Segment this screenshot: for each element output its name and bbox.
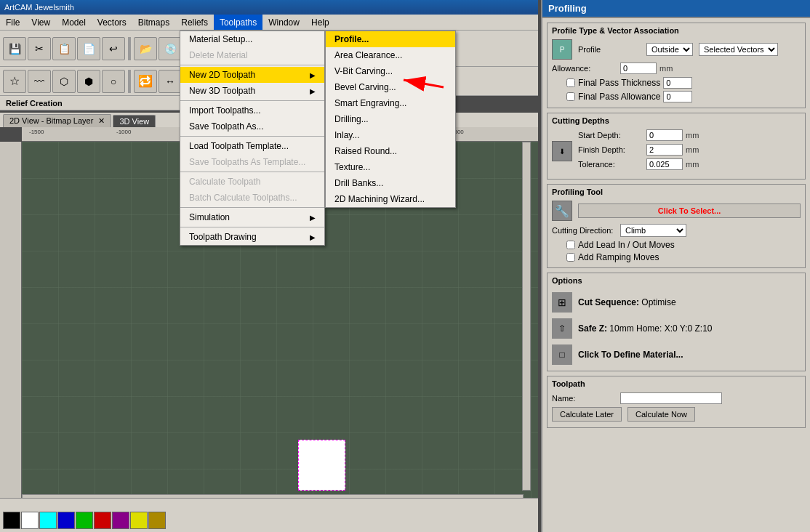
toolbar-disk[interactable]: 💿 [159, 37, 182, 60]
menu-help[interactable]: Help [305, 15, 335, 30]
start-depth-label: Start Depth: [578, 131, 643, 140]
menu-bitmaps[interactable]: Bitmaps [132, 15, 175, 30]
title-bar: ArtCAM Jewelsmith [0, 0, 538, 15]
menu-window[interactable]: Window [262, 15, 305, 30]
vector-association-select[interactable]: Selected Vectors All Vectors [699, 43, 778, 56]
finish-depth-input[interactable] [646, 144, 683, 156]
menu-model[interactable]: Model [56, 15, 92, 30]
calculate-now-button[interactable]: Calculate Now [627, 407, 695, 422]
dd-simulation[interactable]: Simulation ▶ [180, 209, 324, 225]
add-ramping-checkbox[interactable] [566, 253, 575, 262]
dd-calculate-toolpath: Calculate Toolpath [180, 174, 324, 190]
final-pass-thickness-row: Final Pass Thickness [552, 77, 801, 89]
calculate-later-button[interactable]: Calculate Later [552, 407, 622, 422]
profile-type-select[interactable]: Outside Inside On [646, 43, 693, 56]
dd-save-toolpath-as[interactable]: Save Toolpath As... [180, 118, 324, 134]
dd-new-3d-toolpath[interactable]: New 3D Toolpath ▶ [180, 83, 324, 99]
color-purple[interactable] [112, 512, 129, 529]
toolpath-name-input[interactable] [620, 392, 722, 404]
menu-reliefs[interactable]: Reliefs [175, 15, 214, 30]
color-red[interactable] [94, 512, 111, 529]
toolbar-undo[interactable]: ↩ [102, 37, 125, 60]
color-blue[interactable] [57, 512, 75, 529]
dd-2d-drill-banks[interactable]: Drill Banks... [326, 175, 455, 191]
dd-2d-smart-engraving[interactable]: Smart Engraving... [326, 95, 455, 111]
add-lead-row: Add Lead In / Out Moves [552, 240, 801, 250]
dd-2d-texture[interactable]: Texture... [326, 159, 455, 175]
app-title: ArtCAM Jewelsmith [4, 3, 74, 12]
dd-toolpath-drawing[interactable]: Toolpath Drawing ▶ [180, 229, 324, 245]
dd-new-2d-toolpath[interactable]: New 2D Toolpath ▶ [180, 67, 324, 83]
profile-row: P Profile Outside Inside On Selected Vec… [552, 39, 801, 60]
toolbar-open[interactable]: 📂 [134, 37, 157, 60]
toolbar2-btn3[interactable]: ⬡ [52, 70, 76, 93]
dd-2d-drilling[interactable]: Drilling... [326, 111, 455, 127]
menu-view[interactable]: View [25, 15, 56, 30]
cutting-depths-title: Cutting Depths [552, 116, 801, 125]
cutting-direction-select[interactable]: Climb Conventional [620, 224, 686, 237]
finish-depth-unit: mm [686, 145, 699, 154]
cut-sequence-row[interactable]: ⊞ Cut Sequence: Optimise [552, 289, 801, 315]
toolbar2-btn6[interactable]: 🔁 [134, 70, 157, 93]
allowance-unit: mm [659, 64, 673, 73]
dd-sep-6 [180, 227, 324, 227]
final-pass-thickness-input[interactable] [663, 77, 692, 89]
toolbar2-btn5[interactable]: ○ [102, 70, 125, 93]
toolbar-save[interactable]: 💾 [3, 37, 26, 60]
toolpath-name-label: Name: [552, 394, 617, 403]
toolpath-section: Toolpath Name: Calculate Later Calculate… [547, 376, 806, 428]
add-lead-checkbox[interactable] [566, 241, 575, 249]
toolbar2-btn4[interactable]: ⬢ [77, 70, 100, 93]
toolbar-paste[interactable]: 📄 [77, 37, 100, 60]
dd-delete-material: Delete Material [180, 47, 324, 63]
dd-2d-bevel-carving[interactable]: Bevel Carving... [326, 79, 455, 95]
color-yellow[interactable] [130, 512, 148, 529]
dd-load-template[interactable]: Load Toolpath Template... [180, 138, 324, 154]
define-material-icon: □ [552, 344, 572, 365]
dd-2d-raised-round[interactable]: Raised Round... [326, 143, 455, 159]
profiling-tool-title: Profiling Tool [552, 188, 801, 196]
dd-2d-machining-wizard[interactable]: 2D Machining Wizard... [326, 191, 455, 207]
start-depth-input[interactable] [646, 129, 683, 141]
dd-sep-5 [180, 207, 324, 208]
dd-2d-vbit-carving[interactable]: V-Bit Carving... [326, 63, 455, 79]
toolbar2-btn7[interactable]: ↔ [159, 70, 182, 93]
define-material-label: Click To Define Material... [578, 350, 683, 360]
menu-vectors[interactable]: Vectors [92, 15, 132, 30]
dd-material-setup[interactable]: Material Setup... [180, 31, 324, 47]
color-cyan[interactable] [39, 512, 57, 529]
tab-2d-bitmap[interactable]: 2D View - Bitmap Layer ✕ [3, 114, 111, 127]
toolbar-copy[interactable]: 📋 [52, 37, 76, 60]
dd-2d-inlay[interactable]: Inlay... [326, 127, 455, 143]
dd-import-toolpaths[interactable]: Import Toolpaths... [180, 102, 324, 118]
color-white[interactable] [21, 512, 39, 529]
finish-depth-label: Finish Depth: [578, 145, 643, 154]
define-material-row[interactable]: □ Click To Define Material... [552, 342, 801, 368]
tab-close-2d[interactable]: ✕ [98, 116, 105, 125]
toolbar-cut[interactable]: ✂ [28, 37, 51, 60]
menu-file[interactable]: File [0, 15, 25, 30]
tolerance-row: Tolerance: mm [578, 158, 801, 170]
dd-batch-calculate: Batch Calculate Toolpaths... [180, 190, 324, 206]
click-to-select-button[interactable]: Click To Select... [578, 203, 801, 218]
allowance-input[interactable] [620, 63, 657, 74]
color-palette [0, 509, 538, 532]
toolbar2-btn2[interactable]: 〰 [28, 70, 51, 93]
dd-2d-profile[interactable]: Profile... [326, 31, 455, 47]
final-pass-allowance-input[interactable] [663, 91, 692, 102]
tolerance-input[interactable] [646, 158, 683, 170]
vertical-scrollbar[interactable] [522, 142, 531, 491]
color-black[interactable] [3, 512, 20, 529]
tab-3d-view[interactable]: 3D View [113, 115, 156, 127]
toolbar2-btn1[interactable]: ☆ [3, 70, 26, 93]
start-depth-row: Start Depth: mm [578, 129, 801, 141]
dd-2d-area-clearance[interactable]: Area Clearance... [326, 47, 455, 63]
final-pass-thickness-checkbox[interactable] [566, 78, 575, 87]
safe-z-row[interactable]: ⇧ Safe Z: 10mm Home: X:0 Y:0 Z:10 [552, 315, 801, 342]
color-gold[interactable] [148, 512, 166, 529]
tolerance-unit: mm [686, 160, 699, 169]
final-pass-allowance-checkbox[interactable] [566, 92, 575, 101]
menu-toolpaths[interactable]: Toolpaths [214, 15, 262, 30]
toolpath-section-title: Toolpath [552, 379, 801, 388]
color-green[interactable] [76, 512, 93, 529]
